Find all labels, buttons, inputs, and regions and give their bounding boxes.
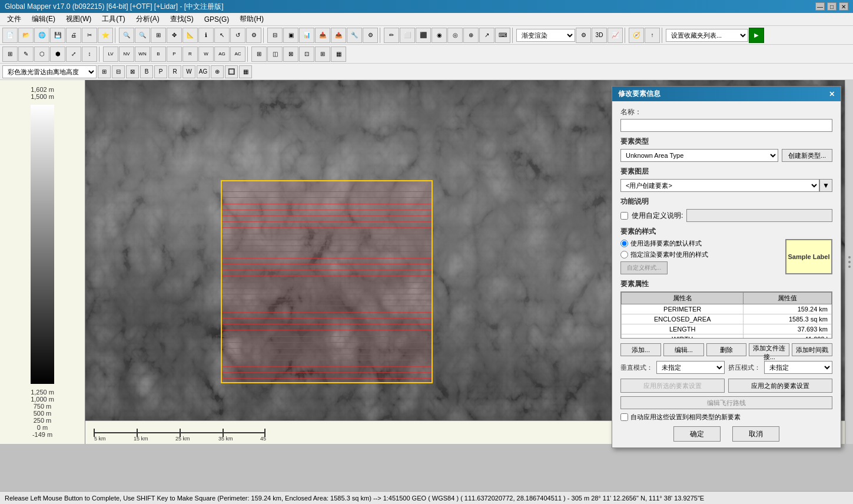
layers-btn[interactable]: 📊: [299, 28, 314, 43]
minimize-btn[interactable]: —: [815, 2, 825, 11]
info-btn[interactable]: ℹ: [198, 28, 214, 43]
measure-btn[interactable]: 📐: [182, 28, 198, 43]
t2-btn7[interactable]: LV: [103, 47, 118, 62]
t2-btn10[interactable]: B: [151, 47, 166, 62]
menu-tools[interactable]: 工具(T): [97, 13, 130, 25]
grid-btn[interactable]: ⊟: [267, 28, 283, 43]
layer-btn4[interactable]: B: [140, 65, 153, 78]
t2-btn13[interactable]: W: [198, 47, 214, 62]
layer-btn5[interactable]: P: [154, 65, 167, 78]
custom-style-btn[interactable]: 自定义样式...: [620, 261, 668, 274]
export-btn[interactable]: 📤: [331, 28, 346, 43]
view3d-btn[interactable]: ▣: [283, 28, 298, 43]
create-new-type-btn[interactable]: 创建新类型...: [782, 149, 832, 162]
draw7-btn[interactable]: ↗: [479, 28, 494, 43]
t2-btn2[interactable]: ✎: [18, 47, 34, 62]
radio-custom-style[interactable]: [620, 251, 628, 258]
close-btn[interactable]: ✕: [839, 2, 848, 11]
menu-file[interactable]: 文件: [2, 13, 26, 25]
t2-btn14[interactable]: AG: [214, 47, 230, 62]
auto-apply-checkbox[interactable]: [620, 413, 628, 421]
layer-btn8[interactable]: AG: [197, 65, 210, 78]
cancel-btn[interactable]: 取消: [732, 426, 779, 442]
menu-gps[interactable]: GPS(G): [200, 14, 234, 25]
t2-btn12[interactable]: R: [182, 47, 198, 62]
t2-icon2[interactable]: ◫: [267, 47, 283, 62]
desc-text-input[interactable]: [686, 209, 832, 222]
attr-table-container[interactable]: 属性名 属性值 PERIMETER159.24 kmENCLOSED_AREA1…: [620, 291, 832, 339]
draw3-btn[interactable]: ⬛: [416, 28, 431, 43]
north-btn[interactable]: ↑: [645, 28, 660, 43]
maximize-btn[interactable]: □: [827, 2, 837, 11]
compress-mode-dropdown[interactable]: 未指定: [764, 361, 832, 374]
edit-attr-btn[interactable]: 编辑...: [663, 343, 704, 356]
menu-view[interactable]: 视图(W): [61, 13, 96, 25]
add-attr-btn[interactable]: 添加...: [620, 343, 661, 356]
delete-attr-btn[interactable]: 删除: [706, 343, 747, 356]
menu-find[interactable]: 查找(S): [165, 13, 198, 25]
zoom-fit-btn[interactable]: ⊞: [151, 28, 166, 43]
draw2-btn[interactable]: ⬜: [400, 28, 415, 43]
script-btn[interactable]: 🔧: [347, 28, 362, 43]
menu-help[interactable]: 帮助(H): [235, 13, 268, 25]
save-btn[interactable]: 💾: [50, 28, 65, 43]
favorites-dropdown[interactable]: 设置收藏夹列表...: [666, 29, 748, 42]
options-btn[interactable]: ⚙: [363, 28, 378, 43]
layer-btn1[interactable]: ⊞: [98, 65, 111, 78]
play-btn[interactable]: ▶: [749, 28, 764, 43]
globe-btn[interactable]: 🌐: [34, 28, 49, 43]
menu-analysis[interactable]: 分析(A): [131, 13, 164, 25]
table-row[interactable]: LENGTH37.693 km: [622, 324, 832, 334]
select-btn[interactable]: ↖: [214, 28, 230, 43]
apply-previous-btn[interactable]: 应用之前的要素设置: [728, 379, 832, 393]
t2-btn11[interactable]: P: [167, 47, 182, 62]
flight-path-btn[interactable]: 编辑飞行路线: [620, 396, 832, 409]
new-btn[interactable]: 📄: [2, 28, 18, 43]
draw6-btn[interactable]: ⊕: [463, 28, 479, 43]
t2-icon3[interactable]: ⊠: [283, 47, 298, 62]
add-file-link-btn[interactable]: 添加文件连接...: [749, 343, 789, 356]
dialog-close-icon[interactable]: ✕: [829, 90, 835, 98]
layer-btn2[interactable]: ⊟: [112, 65, 125, 78]
pan-btn[interactable]: ✥: [167, 28, 182, 43]
zoom-in-btn[interactable]: 🔍: [119, 28, 134, 43]
print-btn[interactable]: 🖨: [66, 28, 81, 43]
apply-selected-btn[interactable]: 应用所选的要素设置: [620, 379, 725, 393]
use-custom-desc-checkbox[interactable]: [620, 212, 628, 220]
compass-btn[interactable]: 🧭: [629, 28, 644, 43]
tool2-btn[interactable]: ⭐: [98, 28, 113, 43]
import-btn[interactable]: 📥: [315, 28, 330, 43]
3d-btn[interactable]: 3D: [592, 28, 607, 43]
t2-icon4[interactable]: ⊡: [299, 47, 314, 62]
table-row[interactable]: WIDTH41.003 l: [622, 334, 832, 339]
ok-btn[interactable]: 确定: [673, 426, 721, 442]
add-timestamp-btn[interactable]: 添加时间戳: [792, 343, 832, 356]
t2-btn5[interactable]: ⤢: [66, 47, 81, 62]
feature-type-dropdown[interactable]: Unknown Area Type: [620, 149, 778, 162]
layer-select[interactable]: 彩色激光雷达由离地高度: [2, 65, 97, 78]
t2-btn3[interactable]: ⬡: [34, 47, 49, 62]
layer-btn7[interactable]: W: [182, 65, 195, 78]
layer-btn3[interactable]: ⊠: [126, 65, 139, 78]
open-btn[interactable]: 📂: [18, 28, 34, 43]
t2-icon1[interactable]: ⊞: [251, 47, 267, 62]
draw5-btn[interactable]: ◎: [447, 28, 463, 43]
config-btn[interactable]: ⚙: [246, 28, 261, 43]
draw4-btn[interactable]: ◉: [432, 28, 447, 43]
vertical-mode-dropdown[interactable]: 未指定: [656, 361, 725, 374]
tool1-btn[interactable]: ✂: [82, 28, 97, 43]
menu-edit[interactable]: 编辑(E): [27, 13, 60, 25]
t2-btn1[interactable]: ⊞: [2, 47, 18, 62]
radio-default-style[interactable]: [620, 240, 628, 247]
draw1-btn[interactable]: ✏: [384, 28, 399, 43]
render-settings-btn[interactable]: ⚙: [576, 28, 591, 43]
t2-btn15[interactable]: AC: [230, 47, 245, 62]
name-input[interactable]: [620, 119, 832, 132]
t2-btn6[interactable]: ↕: [82, 47, 97, 62]
table-row[interactable]: ENCLOSED_AREA1585.3 sq km: [622, 314, 832, 324]
title-bar-controls[interactable]: — □ ✕: [815, 2, 848, 11]
t2-btn8[interactable]: NV: [119, 47, 134, 62]
rotate-btn[interactable]: ↺: [230, 28, 245, 43]
t2-icon6[interactable]: ▦: [331, 47, 346, 62]
render-dropdown[interactable]: 渐变渲染: [516, 29, 575, 42]
